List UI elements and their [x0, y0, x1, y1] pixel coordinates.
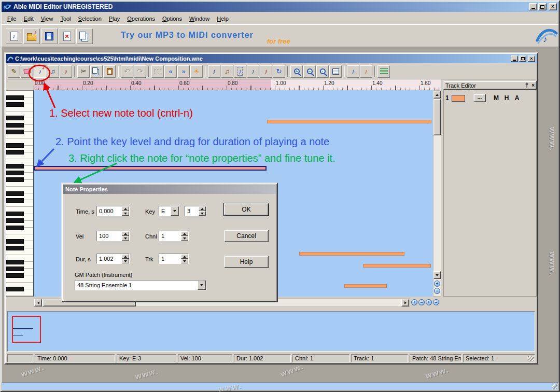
piano-black-key[interactable]	[6, 226, 24, 230]
note[interactable]	[299, 252, 404, 256]
vel-spin-down[interactable]	[122, 236, 129, 241]
scroll-down-button[interactable]	[433, 271, 441, 279]
open-file-button[interactable]	[23, 29, 40, 44]
time-spin-down[interactable]	[122, 211, 129, 216]
menu-view[interactable]: View	[37, 14, 57, 23]
note[interactable]	[267, 120, 431, 123]
dialog-title-bar[interactable]: Note Properties	[63, 185, 276, 194]
piano-black-key[interactable]	[6, 218, 24, 223]
ruler[interactable]: 0.000.200.400.600.801.001.201.401.60	[34, 79, 441, 90]
track-hide-column[interactable]: H	[501, 94, 512, 102]
piano-black-key[interactable]	[6, 102, 24, 107]
glue-note-tool[interactable]: ♫	[47, 65, 59, 78]
loop-start-button[interactable]: «	[164, 65, 177, 78]
gm-patch-dropdown-button[interactable]	[198, 281, 206, 290]
transpose-down-button[interactable]: ♪	[360, 65, 372, 78]
menu-file[interactable]: File	[4, 14, 20, 23]
piano-black-key[interactable]	[6, 130, 24, 134]
zoom-reset-button[interactable]: ·	[316, 65, 329, 78]
track-more-button[interactable]: ...	[473, 94, 486, 102]
time-input[interactable]: 0.000	[97, 206, 122, 216]
scroll-left-button[interactable]	[34, 299, 42, 306]
pin-icon[interactable]	[524, 82, 529, 88]
close-button[interactable]: ×	[549, 3, 557, 10]
piano-black-key[interactable]	[6, 164, 24, 169]
trk-spin-down[interactable]	[181, 259, 188, 263]
dur-spin-up[interactable]	[122, 254, 129, 259]
staff-view-button[interactable]	[377, 65, 390, 78]
track-color-swatch[interactable]	[452, 95, 465, 102]
key-value[interactable]: E	[159, 206, 171, 216]
piano-black-key[interactable]	[6, 116, 24, 120]
note-move-tool[interactable]: ♪	[247, 65, 259, 78]
new-note-tool[interactable]: ♪	[34, 65, 46, 78]
dur-input[interactable]: 1.002	[97, 254, 122, 263]
loop-end-button[interactable]: »	[177, 65, 190, 78]
close-file-button[interactable]	[59, 29, 75, 44]
refresh-button[interactable]: ↻	[273, 65, 285, 78]
chnl-input[interactable]: 1	[159, 231, 181, 241]
overview-view-rectangle[interactable]	[12, 316, 41, 343]
piano-black-key[interactable]	[6, 287, 24, 291]
note[interactable]	[344, 284, 387, 288]
maximize-button[interactable]	[538, 3, 547, 10]
piano-black-key[interactable]	[6, 171, 24, 175]
note-pair-tool[interactable]: ♫	[221, 65, 233, 78]
selected-note[interactable]	[34, 166, 267, 171]
menu-operations[interactable]: Operations	[123, 14, 159, 23]
menu-window[interactable]: Window	[186, 14, 213, 23]
pencil-tool[interactable]: ✎	[8, 65, 20, 78]
octave-input[interactable]: 3	[185, 206, 199, 216]
document-restore-button[interactable]	[519, 55, 526, 62]
piano-black-key[interactable]	[6, 273, 24, 278]
chnl-spin-down[interactable]	[181, 236, 188, 241]
track-mute-column[interactable]: M	[491, 94, 501, 102]
document-close-button[interactable]: ×	[528, 55, 535, 62]
note[interactable]	[363, 264, 431, 268]
key-dropdown-button[interactable]	[171, 206, 179, 216]
app-logo-icon[interactable]: ♪	[535, 26, 558, 47]
vertical-zoom-out-button[interactable]: −	[434, 288, 440, 294]
new-file-button[interactable]	[6, 29, 22, 44]
piano-black-key[interactable]	[6, 212, 24, 216]
menu-play[interactable]: Play	[105, 14, 123, 23]
piano-black-key[interactable]	[6, 177, 24, 182]
select-tool[interactable]	[151, 65, 164, 78]
help-button[interactable]: Help	[224, 256, 269, 268]
overview-strip[interactable]	[7, 311, 535, 352]
piano-black-key[interactable]	[6, 267, 24, 271]
note-edit-tool[interactable]: ♪	[60, 65, 72, 78]
track-row[interactable]: 1 ... M H A	[443, 93, 537, 103]
piano-black-key[interactable]	[6, 198, 24, 203]
chnl-spin-up[interactable]	[181, 231, 188, 236]
scroll-right-button[interactable]	[401, 299, 409, 306]
highlight-tool[interactable]: ☀	[190, 65, 203, 78]
cancel-button[interactable]: Cancel	[224, 230, 269, 242]
undo-button[interactable]: ↶	[121, 65, 133, 78]
vertical-scrollbar[interactable]: + −	[433, 90, 441, 297]
piano-black-key[interactable]	[6, 239, 24, 244]
piano-black-key[interactable]	[6, 123, 24, 128]
menu-tool[interactable]: Tool	[57, 14, 74, 23]
vertical-zoom-in-button[interactable]: +	[434, 281, 440, 287]
zoom-in-button[interactable]: +	[290, 65, 303, 78]
menu-help[interactable]: Help	[213, 14, 232, 23]
vertical-scroll-thumb[interactable]	[433, 99, 441, 135]
note-draw-tool[interactable]: ♪	[208, 65, 220, 78]
menu-options[interactable]: Options	[159, 14, 186, 23]
octave-spin-down[interactable]	[199, 211, 206, 216]
piano-black-key[interactable]	[6, 143, 24, 148]
track-arm-column[interactable]: A	[512, 94, 522, 102]
gm-patch-value[interactable]: 48 String Ensemble 1	[75, 281, 198, 290]
piano-black-key[interactable]	[6, 150, 24, 155]
octave-spin-up[interactable]	[199, 206, 206, 211]
panel-close-icon[interactable]: ×	[531, 82, 535, 88]
transpose-up-button[interactable]: ♪	[347, 65, 359, 78]
banner-link[interactable]: Try our MP3 to MIDI converter	[121, 31, 254, 40]
piano-black-key[interactable]	[6, 95, 24, 100]
vel-spin-up[interactable]	[122, 231, 129, 236]
vel-input[interactable]: 100	[97, 231, 122, 241]
paste-button[interactable]	[103, 65, 116, 78]
track-editor-header[interactable]: Track Editor ×	[443, 81, 537, 90]
scroll-up-button[interactable]	[433, 91, 441, 99]
